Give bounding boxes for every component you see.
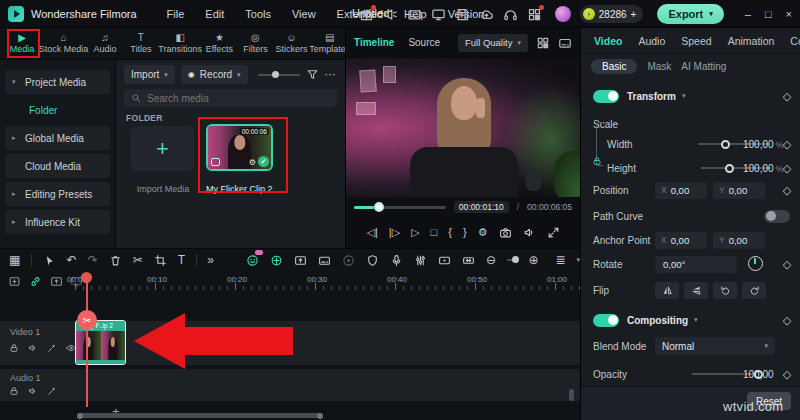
slider-handle[interactable]: [725, 164, 734, 173]
tab-filters[interactable]: ◎Filters: [242, 32, 268, 55]
menu-edit[interactable]: Edit: [205, 8, 224, 20]
tab-titles[interactable]: TTitles: [128, 32, 154, 55]
quality-caret-icon[interactable]: ▾: [517, 39, 521, 47]
track-wand-icon[interactable]: [47, 343, 57, 353]
opacity-value[interactable]: 100,00: [743, 369, 774, 380]
flip-horizontal-icon[interactable]: [655, 282, 679, 299]
sidebar-item-global-media[interactable]: ▸Global Media: [5, 126, 110, 150]
user-avatar[interactable]: [555, 6, 571, 22]
timeline-vertical-scrollbar[interactable]: [569, 389, 574, 401]
compositing-toggle[interactable]: [593, 314, 619, 327]
sidebar-item-folder[interactable]: Folder: [5, 98, 110, 122]
scale-link-lock[interactable]: [593, 134, 607, 154]
blend-caret-icon[interactable]: ▾: [764, 342, 768, 350]
add-coins-button[interactable]: +: [631, 9, 637, 20]
mask-shield-icon[interactable]: [366, 254, 379, 267]
rotate-dial-icon[interactable]: [748, 256, 763, 271]
transform-toggle[interactable]: [593, 90, 619, 103]
expand-caret-icon[interactable]: ▾: [12, 78, 19, 86]
scopes-icon[interactable]: [558, 36, 572, 50]
track-mute-speaker-icon[interactable]: [28, 386, 38, 396]
tab-stock-media[interactable]: ⌂Stock Media: [45, 32, 82, 55]
import-media-tile[interactable]: +: [131, 126, 194, 171]
track-wand-icon[interactable]: [47, 386, 57, 396]
track-height-icon[interactable]: ≣: [555, 253, 565, 267]
stop-button[interactable]: □: [431, 225, 438, 239]
playback-quality-select[interactable]: Full Quality▾: [458, 34, 528, 52]
close-button[interactable]: ×: [786, 8, 792, 20]
media-clip-thumbnail[interactable]: 00:00:06 ⚙ ✓: [206, 124, 273, 171]
filter-icon[interactable]: [306, 68, 319, 81]
link-clips-icon[interactable]: [29, 275, 42, 288]
split-playhead-scissors-icon[interactable]: ✂: [77, 310, 97, 330]
sidebar-item-cloud-media[interactable]: Cloud Media: [5, 154, 110, 178]
opacity-keyframe-icon[interactable]: ◇: [780, 368, 794, 381]
rotate-ccw-icon[interactable]: [713, 282, 737, 299]
track-mute-speaker-icon[interactable]: [28, 343, 38, 353]
tab-audio[interactable]: ♫Audio: [92, 32, 118, 55]
display-icon[interactable]: [431, 7, 446, 22]
import-caret-icon[interactable]: ▾: [164, 71, 168, 79]
menu-file[interactable]: File: [167, 8, 185, 20]
gift-icon[interactable]: [359, 7, 374, 22]
expand-caret-icon[interactable]: ▸: [12, 218, 19, 226]
record-caret-icon[interactable]: ▾: [237, 71, 241, 79]
track-height-caret-icon[interactable]: ▾: [577, 256, 581, 264]
search-bar[interactable]: [124, 89, 337, 107]
path-curve-toggle[interactable]: [764, 210, 790, 223]
motion-tracking-icon[interactable]: [270, 254, 283, 267]
expand-caret-icon[interactable]: ▸: [12, 190, 19, 198]
tab-stickers[interactable]: ☺Stickers: [278, 32, 304, 55]
undo-icon[interactable]: ↶: [67, 253, 77, 267]
tab-templates[interactable]: ▤Templates: [314, 32, 345, 55]
tab-speed[interactable]: Speed: [681, 35, 711, 47]
width-value[interactable]: 100,00: [743, 139, 774, 150]
import-button[interactable]: Import▾: [124, 65, 175, 84]
rotate-keyframe-icon[interactable]: ◇: [780, 258, 794, 271]
next-frame-button[interactable]: |▷: [389, 225, 400, 239]
export-frame-icon[interactable]: [294, 254, 307, 267]
anchor-y-field[interactable]: Y0,00: [713, 232, 765, 249]
auto-ripple-icon[interactable]: [462, 254, 475, 267]
sidebar-item-influence-kit[interactable]: ▸Influence Kit: [5, 210, 110, 234]
scrubber-handle[interactable]: [374, 202, 384, 212]
slider-handle[interactable]: [272, 71, 279, 78]
position-y-field[interactable]: Y0,00: [713, 182, 765, 199]
expand-caret-icon[interactable]: ▸: [12, 134, 19, 142]
flip-vertical-icon[interactable]: [684, 282, 708, 299]
tab-audio-props[interactable]: Audio: [638, 35, 665, 47]
blend-mode-select[interactable]: Normal▾: [655, 337, 775, 355]
zoom-out-icon[interactable]: ⊖: [486, 253, 496, 267]
section-caret-icon[interactable]: ▾: [694, 316, 698, 324]
maximize-button[interactable]: □: [765, 8, 772, 20]
preview-tab-source[interactable]: Source: [408, 37, 440, 48]
sidebar-item-editing-presets[interactable]: ▸Editing Presets: [5, 182, 110, 206]
timeline-zoom-slider[interactable]: [507, 259, 517, 261]
compositing-keyframe-icon[interactable]: ◇: [780, 314, 794, 327]
fullscreen-expand-icon[interactable]: [547, 226, 560, 239]
subtab-mask[interactable]: Mask: [647, 61, 671, 72]
position-x-field[interactable]: X0,00: [655, 182, 707, 199]
shortcut-panel-icon[interactable]: [407, 7, 422, 22]
slider-handle[interactable]: [512, 256, 519, 263]
render-preview-icon[interactable]: [342, 254, 355, 267]
select-cursor-icon[interactable]: [43, 254, 56, 267]
clip-settings-gear-icon[interactable]: ⚙: [249, 158, 256, 167]
playhead-handle[interactable]: [81, 272, 92, 283]
export-button[interactable]: Export ▾: [657, 4, 723, 24]
rotate-field[interactable]: 0,00°: [655, 256, 737, 273]
previous-frame-button[interactable]: ◁|: [366, 225, 377, 239]
track-lock-icon[interactable]: [9, 386, 19, 396]
position-keyframe-icon[interactable]: ◇: [780, 184, 794, 197]
text-tool-icon[interactable]: T: [178, 253, 185, 267]
delete-trash-icon[interactable]: [109, 254, 122, 267]
sidebar-item-project-media[interactable]: ▾Project Media: [5, 70, 110, 94]
transform-keyframe-icon[interactable]: ◇: [780, 90, 794, 103]
support-icon[interactable]: [503, 7, 518, 22]
subtab-basic[interactable]: Basic: [591, 59, 637, 74]
tab-video[interactable]: Video: [594, 35, 622, 47]
voiceover-mic-icon[interactable]: [390, 254, 403, 267]
cloud-upload-icon[interactable]: [479, 7, 494, 22]
mark-in-button[interactable]: {: [448, 225, 452, 239]
redo-icon[interactable]: ↷: [88, 253, 98, 267]
